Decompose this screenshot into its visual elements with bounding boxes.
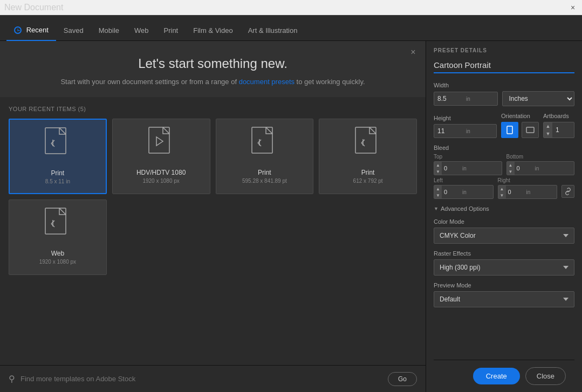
tab-web[interactable]: Web [127,21,156,41]
bleed-left-label: Left [434,177,494,183]
bleed-left-field: ▲ ▼ in [434,185,494,199]
preview-mode-label: Preview Mode [434,282,574,288]
bleed-bottom-down[interactable]: ▼ [507,168,515,175]
search-icon: ⚲ [9,374,15,384]
width-unit: in [464,93,473,105]
height-unit: in [464,126,473,137]
recent-item-1[interactable]: HDV/HDTV 1080 1920 x 1080 px [112,119,210,194]
items-grid-row2: Web 1920 x 1080 px [9,200,417,275]
artboard-decrement[interactable]: ▼ [544,130,552,137]
main-area: × Let's start something new. Start with … [0,41,582,392]
go-button[interactable]: Go [388,372,417,386]
bleed-top-field: ▲ ▼ in [434,161,502,175]
artboard-spinners: ▲ ▼ [544,122,552,137]
tab-saved[interactable]: Saved [56,21,91,41]
preset-name-input[interactable] [434,59,574,73]
item-sub-0: 8.5 x 11 in [45,178,70,184]
file-icon-0 [42,126,74,164]
bleed-bottom-label: Bottom [506,154,575,160]
unit-dropdown[interactable]: Inches Pixels Centimeters Millimeters Po… [502,91,575,106]
color-mode-dropdown[interactable]: CMYK Color RGB Color Grayscale [434,228,574,244]
file-icon-2 [248,126,280,163]
width-label: Width [434,82,574,88]
svg-marker-5 [156,137,163,146]
bleed-left-up[interactable]: ▲ [434,185,442,192]
height-label: Height [434,115,497,121]
color-mode-label: Color Mode [434,218,574,225]
tab-art-illustration[interactable]: Art & Illustration [241,21,305,41]
tab-recent[interactable]: Recent [6,20,56,41]
artboard-increment[interactable]: ▲ [544,122,552,130]
file-icon-3 [352,126,384,163]
bleed-top-wrap: Top ▲ ▼ in [434,154,502,175]
bleed-top-label: Top [434,154,502,160]
link-bleed-button[interactable] [562,185,574,198]
tab-print[interactable]: Print [156,21,186,41]
bottom-bar: Create Close [434,360,574,392]
right-panel: PRESET DETAILS Width in Inches Pixels Ce… [426,41,582,392]
tab-film-video[interactable]: Film & Video [186,21,240,41]
bleed-right-field: ▲ ▼ in [498,185,558,199]
raster-effects-dropdown[interactable]: High (300 ppi) Medium (150 ppi) Low (72 … [434,259,574,276]
hero-body: Start with your own document settings or… [11,77,415,87]
item-label-0: Print [51,169,65,177]
recent-header: YOUR RECENT ITEMS (5) [9,106,417,112]
window-close-button[interactable]: × [568,3,578,12]
svg-rect-19 [526,127,534,133]
recent-item-3[interactable]: Print 612 x 792 pt [319,119,417,194]
bleed-left-wrap: Left ▲ ▼ in [434,177,494,199]
item-label-4: Web [51,250,64,257]
hero-section: × Let's start something new. Start with … [0,41,426,97]
file-icon-4 [42,207,74,244]
orientation-label: Orientation [501,113,539,119]
recent-item-2[interactable]: Print 595.28 x 841.89 pt [216,119,314,194]
artboard-input-wrap: ▲ ▼ [543,122,574,138]
bleed-top-down[interactable]: ▼ [434,168,442,175]
item-label-1: HDV/HDTV 1080 [136,169,186,176]
hero-close-button[interactable]: × [407,46,419,58]
bleed-top-up[interactable]: ▲ [434,162,442,168]
bleed-right-up[interactable]: ▲ [498,185,506,192]
artboards-label: Artboards [543,113,574,119]
artboard-input[interactable] [552,122,574,137]
advanced-toggle[interactable]: ▼ Advanced Options [434,205,574,212]
width-input[interactable] [434,92,464,105]
bleed-top-input[interactable] [442,163,462,174]
window-title: New Document [4,3,63,12]
bleed-right-wrap: Right ▲ ▼ in [498,177,558,199]
orientation-row [501,122,539,138]
bleed-bottom-input[interactable] [515,163,535,174]
item-label-2: Print [258,169,271,176]
height-input-wrap: in [434,124,497,138]
height-input[interactable] [434,125,464,137]
create-button[interactable]: Create [473,368,520,384]
items-grid-row1: Print 8.5 x 11 in HDV/HDTV 1080 19 [9,119,417,194]
bleed-bottom-up[interactable]: ▲ [507,162,515,168]
search-bar: ⚲ Go [0,365,426,392]
bleed-left-down[interactable]: ▼ [434,192,442,198]
preset-details-label: PRESET DETAILS [434,47,574,53]
landscape-button[interactable] [522,122,539,138]
recent-item-4[interactable]: Web 1920 x 1080 px [9,200,107,275]
item-label-3: Print [361,169,375,176]
bleed-right-input[interactable] [506,187,526,197]
bleed-right-label: Right [498,177,558,183]
tab-bar: Recent Saved Mobile Web Print Film & Vid… [0,15,582,41]
item-sub-4: 1920 x 1080 px [39,259,76,265]
bleed-bottom-wrap: Bottom ▲ ▼ in [506,154,575,175]
title-bar: New Document × [0,0,582,15]
recent-item-0[interactable]: Print 8.5 x 11 in [9,119,107,194]
document-presets-link[interactable]: document presets [239,78,295,86]
left-panel: × Let's start something new. Start with … [0,41,426,392]
close-button[interactable]: Close [525,367,566,385]
bleed-left-input[interactable] [442,187,462,197]
preview-mode-dropdown[interactable]: Default Pixel Overprint [434,291,574,307]
search-input[interactable] [20,375,382,383]
bleed-right-down[interactable]: ▼ [498,192,506,198]
item-sub-3: 612 x 792 pt [353,178,383,184]
grid-area: YOUR RECENT ITEMS (5) [0,97,426,366]
portrait-button[interactable] [501,122,518,138]
bleed-label: Bleed [434,145,574,151]
tab-mobile[interactable]: Mobile [91,21,127,41]
item-sub-1: 1920 x 1080 px [142,178,179,184]
